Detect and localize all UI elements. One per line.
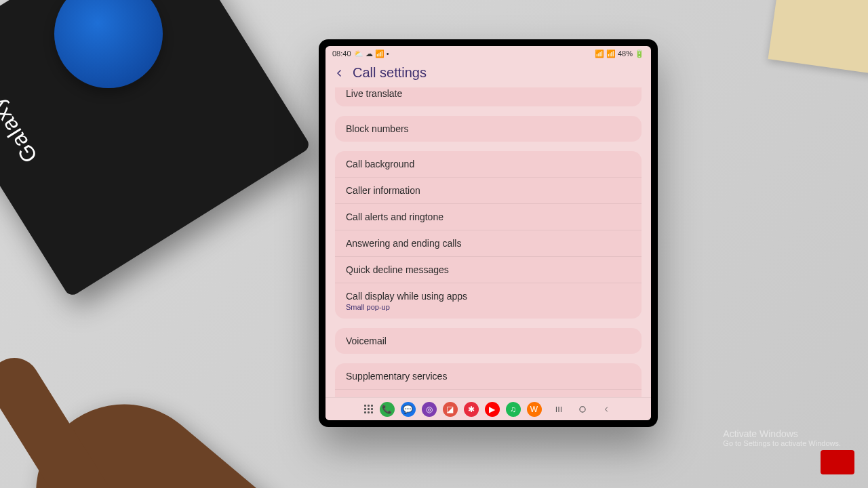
status-bar: 08:40 ⛅ ☁ 📶 • 📶 📶 48% 🔋 [326, 46, 651, 61]
settings-row[interactable]: Block numbers [335, 116, 642, 142]
back-nav-button[interactable] [599, 404, 613, 415]
status-time: 08:40 [332, 49, 351, 58]
device-frame: 08:40 ⛅ ☁ 📶 • 📶 📶 48% 🔋 Call settings Li… [319, 39, 658, 427]
back-button[interactable] [332, 66, 346, 80]
watermark-line2: Go to Settings to activate Windows. [723, 439, 841, 447]
windows-watermark: Activate Windows Go to Settings to activ… [723, 428, 841, 447]
settings-row-label: Supplementary services [346, 371, 631, 382]
taskbar-app-phone[interactable]: 📞 [380, 402, 395, 417]
taskbar-app-wattpad[interactable]: W [527, 402, 542, 417]
settings-row-label: Answering and ending calls [346, 238, 631, 249]
screen: 08:40 ⛅ ☁ 📶 • 📶 📶 48% 🔋 Call settings Li… [326, 46, 651, 420]
settings-row-label: Quick decline messages [346, 264, 631, 275]
settings-row[interactable]: Caller information [335, 177, 642, 203]
settings-row-label: Voicemail [346, 336, 631, 346]
settings-row-label: Call background [346, 159, 631, 169]
page-title: Call settings [353, 65, 427, 81]
svg-point-3 [579, 406, 585, 411]
settings-row[interactable]: Other call settings [335, 389, 642, 397]
settings-row[interactable]: Answering and ending calls [335, 230, 642, 256]
settings-row[interactable]: Supplementary services [335, 363, 642, 389]
settings-row[interactable]: Call alerts and ringtone [335, 203, 642, 230]
settings-group: Voicemail [335, 328, 642, 354]
status-left-icons: ⛅ ☁ 📶 • [354, 49, 389, 58]
settings-row-label: Call alerts and ringtone [346, 211, 631, 222]
taskbar-app-app-red2[interactable]: ✱ [464, 402, 479, 417]
taskbar-app-youtube[interactable]: ▶ [485, 402, 500, 417]
settings-row[interactable]: Call background [335, 151, 642, 177]
hand-overlay [0, 368, 321, 488]
status-right-icons: 📶 📶 48% 🔋 [595, 49, 644, 58]
home-button[interactable] [576, 404, 589, 415]
wood-prop [768, 0, 868, 76]
settings-row[interactable]: Voicemail [335, 328, 642, 354]
taskbar-app-viber[interactable]: ◎ [422, 402, 437, 417]
app-drawer-icon[interactable] [364, 405, 374, 414]
settings-row[interactable]: Call display while using appsSmall pop-u… [335, 283, 642, 319]
recents-button[interactable] [552, 404, 566, 415]
taskbar-app-app-red1[interactable]: ◪ [443, 402, 458, 417]
settings-row-label: Live translate [346, 88, 631, 99]
channel-logo [821, 450, 854, 474]
settings-row-sublabel: Small pop-up [346, 303, 631, 311]
settings-group: Live translate [335, 87, 642, 106]
settings-row[interactable]: Live translate [335, 87, 642, 106]
settings-group: Call backgroundCaller informationCall al… [335, 151, 642, 319]
watermark-line1: Activate Windows [723, 428, 841, 439]
taskbar-app-messages[interactable]: 💬 [401, 402, 416, 417]
settings-group: Block numbers [335, 116, 642, 142]
settings-group: Supplementary servicesOther call setting… [335, 363, 642, 397]
settings-row[interactable]: Quick decline messages [335, 256, 642, 283]
taskbar-app-spotify[interactable]: ♫ [506, 402, 521, 417]
settings-row-label: Call display while using apps [346, 291, 631, 302]
settings-row-label: Block numbers [346, 123, 631, 134]
settings-list[interactable]: Live translateBlock numbersCall backgrou… [326, 87, 651, 397]
settings-header: Call settings [326, 61, 651, 87]
settings-row-label: Caller information [346, 185, 631, 196]
taskbar: 📞💬◎◪✱▶♫W [326, 397, 651, 420]
